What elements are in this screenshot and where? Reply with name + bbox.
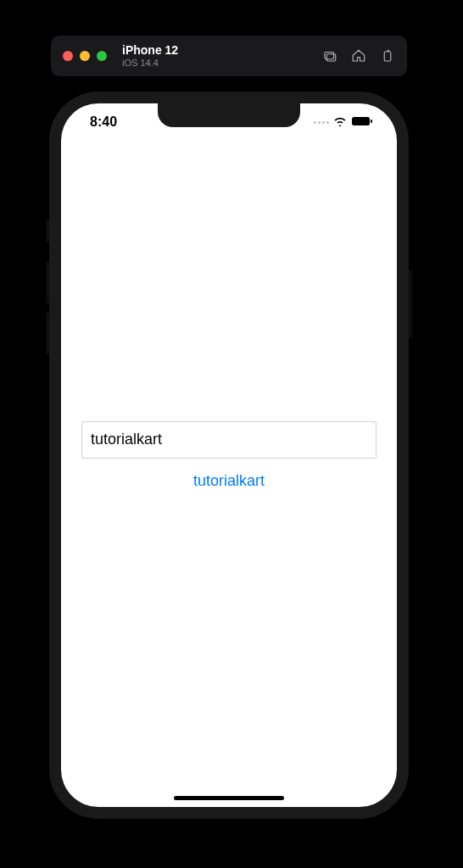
text-input[interactable] (81, 421, 377, 459)
battery-icon (351, 114, 373, 130)
svg-rect-2 (384, 52, 391, 61)
svg-rect-1 (326, 54, 336, 61)
home-indicator[interactable] (174, 796, 284, 800)
status-time: 8:40 (90, 114, 117, 130)
home-icon[interactable] (351, 48, 366, 64)
power-button (409, 270, 412, 337)
status-right (314, 114, 373, 130)
svg-rect-4 (371, 120, 372, 123)
screenshot-icon[interactable] (322, 48, 337, 64)
simulator-device-name: iPhone 12 (122, 44, 178, 57)
svg-rect-3 (352, 117, 370, 125)
fullscreen-window-button[interactable] (97, 51, 107, 61)
simulator-titlebar: iPhone 12 iOS 14.4 (51, 36, 407, 76)
volume-down-button (46, 312, 49, 354)
minimize-window-button[interactable] (80, 51, 90, 61)
wifi-icon (333, 114, 347, 130)
simulator-toolbar (322, 48, 395, 64)
volume-up-button (46, 261, 49, 303)
svg-rect-0 (325, 53, 334, 59)
output-label: tutorialkart (193, 472, 265, 490)
signal-indicator (314, 121, 329, 124)
traffic-lights (63, 51, 107, 61)
app-content: tutorialkart (61, 103, 397, 807)
phone-screen: 8:40 tutorialkart (61, 103, 397, 807)
close-window-button[interactable] (63, 51, 73, 61)
rotate-icon[interactable] (380, 48, 395, 64)
simulator-os-version: iOS 14.4 (122, 58, 178, 68)
simulator-title-block: iPhone 12 iOS 14.4 (122, 44, 178, 67)
phone-device-frame: 8:40 tutorialkart (49, 92, 409, 819)
silence-switch (46, 219, 49, 242)
notch (158, 103, 300, 127)
